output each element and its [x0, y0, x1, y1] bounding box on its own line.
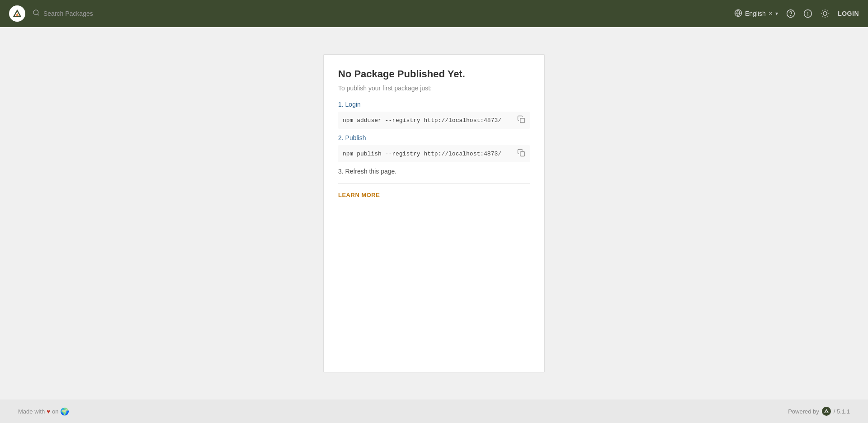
- step1-label: 1. Login: [338, 101, 530, 108]
- app-header: English × ▾: [0, 0, 868, 27]
- footer-logo: [822, 407, 831, 416]
- copy-step2-button[interactable]: [517, 149, 525, 159]
- made-with-text: Made with: [18, 408, 45, 415]
- earth-icon: 🌍: [60, 407, 69, 416]
- footer-left: Made with ♥ on 🌍: [18, 407, 69, 416]
- search-container: [33, 9, 213, 18]
- chevron-down-icon[interactable]: ▾: [775, 10, 778, 17]
- step1-command-text: npm adduser --registry http://localhost:…: [343, 117, 501, 124]
- search-input[interactable]: [43, 10, 213, 17]
- step2-command-text: npm publish --registry http://localhost:…: [343, 150, 501, 157]
- globe-icon: [734, 9, 742, 19]
- footer-right: Powered by / 5.1.1: [788, 407, 850, 416]
- no-packages-card: No Package Published Yet. To publish you…: [323, 54, 545, 372]
- learn-more-link[interactable]: LEARN MORE: [338, 192, 380, 198]
- on-text: on: [52, 408, 58, 415]
- card-title: No Package Published Yet.: [338, 68, 530, 80]
- app-logo[interactable]: [9, 5, 25, 22]
- search-icon: [33, 9, 40, 18]
- svg-point-4: [33, 10, 38, 15]
- card-divider: [338, 183, 530, 183]
- step2-command-row: npm publish --registry http://localhost:…: [338, 145, 530, 162]
- language-clear-button[interactable]: ×: [769, 10, 773, 17]
- svg-point-13: [823, 12, 827, 15]
- theme-toggle-icon[interactable]: [821, 9, 830, 18]
- svg-line-17: [827, 16, 828, 16]
- powered-by-text: Powered by: [788, 408, 819, 415]
- svg-line-16: [822, 11, 823, 11]
- svg-rect-22: [520, 118, 525, 123]
- header-right: English × ▾: [734, 9, 859, 19]
- main-content: No Package Published Yet. To publish you…: [0, 27, 868, 400]
- heart-icon: ♥: [47, 408, 50, 415]
- step1-command-row: npm adduser --registry http://localhost:…: [338, 112, 530, 129]
- svg-line-20: [822, 16, 823, 16]
- info-icon[interactable]: [803, 9, 812, 18]
- step2-label: 2. Publish: [338, 134, 530, 141]
- step3-label: 3. Refresh this page.: [338, 168, 530, 175]
- svg-rect-23: [520, 152, 525, 156]
- login-button[interactable]: LOGIN: [838, 10, 859, 17]
- language-selector[interactable]: English × ▾: [734, 9, 778, 19]
- version-text: / 5.1.1: [834, 408, 850, 415]
- card-subtitle: To publish your first package just:: [338, 85, 530, 92]
- svg-line-21: [827, 11, 828, 11]
- help-icon[interactable]: [786, 9, 795, 18]
- language-label: English: [745, 10, 766, 17]
- copy-step1-button[interactable]: [517, 115, 525, 125]
- app-footer: Made with ♥ on 🌍 Powered by / 5.1.1: [0, 400, 868, 423]
- svg-line-5: [38, 14, 39, 15]
